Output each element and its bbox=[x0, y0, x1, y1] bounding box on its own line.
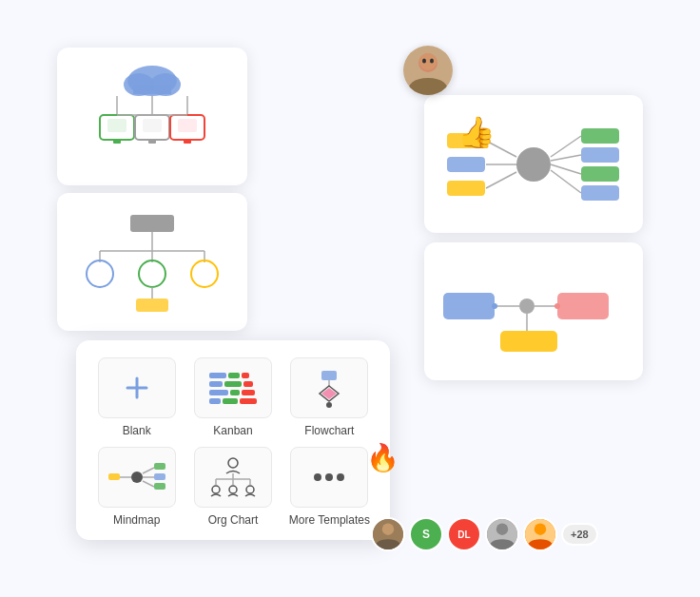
avatar-2: S bbox=[409, 517, 443, 551]
svg-rect-9 bbox=[113, 140, 121, 144]
svg-line-33 bbox=[551, 164, 581, 174]
blank-label: Blank bbox=[123, 424, 151, 437]
svg-point-83 bbox=[422, 59, 426, 64]
svg-line-64 bbox=[143, 481, 154, 487]
fire-emoji: 🔥 bbox=[366, 442, 399, 473]
svg-rect-3 bbox=[133, 85, 171, 94]
template-item-mindmap[interactable]: Mindmap bbox=[93, 447, 180, 527]
more-dots-icon bbox=[310, 470, 348, 485]
svg-point-51 bbox=[554, 303, 560, 309]
svg-point-78 bbox=[325, 473, 333, 481]
svg-point-50 bbox=[492, 303, 497, 309]
svg-point-58 bbox=[326, 402, 332, 408]
svg-point-90 bbox=[535, 523, 546, 534]
svg-point-68 bbox=[228, 458, 238, 468]
template-picker-card: Blank bbox=[76, 340, 390, 540]
mindmap-label: Mindmap bbox=[113, 513, 160, 527]
svg-rect-40 bbox=[447, 157, 485, 172]
svg-rect-11 bbox=[143, 119, 162, 132]
svg-point-84 bbox=[430, 59, 434, 64]
svg-rect-61 bbox=[154, 463, 165, 470]
svg-point-82 bbox=[419, 53, 437, 70]
svg-rect-15 bbox=[184, 140, 191, 144]
person-avatar bbox=[403, 46, 453, 95]
svg-rect-67 bbox=[108, 473, 120, 480]
left-column bbox=[57, 48, 247, 331]
flowchart-icon-box bbox=[290, 357, 368, 418]
svg-rect-17 bbox=[130, 215, 174, 232]
kanban-icon bbox=[209, 373, 257, 404]
avatar-count: +28 bbox=[561, 523, 598, 546]
svg-rect-63 bbox=[154, 473, 165, 480]
svg-point-25 bbox=[191, 260, 218, 287]
avatar-1 bbox=[371, 517, 405, 551]
main-container: Blank bbox=[0, 0, 700, 597]
template-item-flowchart[interactable]: Flowchart bbox=[286, 357, 373, 437]
person-photo-svg bbox=[403, 46, 453, 95]
more-icon-box bbox=[290, 447, 368, 508]
svg-rect-34 bbox=[581, 166, 619, 182]
svg-rect-14 bbox=[178, 119, 197, 132]
kanban-icon-box bbox=[194, 357, 272, 418]
svg-rect-12 bbox=[148, 140, 156, 144]
org-diagram-card[interactable] bbox=[57, 193, 247, 331]
svg-point-79 bbox=[337, 473, 344, 481]
kanban-label: Kanban bbox=[213, 424, 252, 437]
blank-icon-box bbox=[98, 357, 176, 418]
svg-rect-43 bbox=[443, 293, 495, 319]
svg-point-28 bbox=[516, 147, 551, 182]
svg-rect-32 bbox=[581, 147, 619, 163]
svg-rect-48 bbox=[500, 331, 557, 352]
svg-rect-30 bbox=[581, 128, 619, 144]
svg-line-29 bbox=[551, 136, 581, 157]
avatar-4 bbox=[485, 517, 519, 551]
svg-point-59 bbox=[131, 472, 143, 483]
template-item-kanban[interactable]: Kanban bbox=[189, 357, 276, 437]
template-item-more[interactable]: More Templates bbox=[286, 447, 373, 527]
network-diagram-card[interactable] bbox=[57, 48, 247, 185]
svg-point-23 bbox=[87, 260, 113, 287]
svg-rect-65 bbox=[154, 483, 165, 490]
flowchart-icon bbox=[306, 365, 352, 411]
svg-line-31 bbox=[551, 155, 581, 161]
svg-rect-47 bbox=[557, 293, 609, 319]
svg-rect-36 bbox=[581, 185, 619, 201]
svg-point-77 bbox=[314, 473, 321, 481]
svg-point-88 bbox=[496, 523, 508, 534]
svg-rect-54 bbox=[321, 371, 337, 380]
svg-point-86 bbox=[382, 523, 394, 534]
svg-rect-42 bbox=[447, 181, 485, 196]
orgchart-label: Org Chart bbox=[208, 513, 259, 527]
orgchart-small-icon bbox=[206, 456, 260, 498]
svg-line-41 bbox=[486, 172, 516, 188]
avatars-row: S DL +28 bbox=[371, 517, 598, 551]
avatar-3: DL bbox=[447, 517, 481, 551]
thumbs-up-emoji: 👍 bbox=[457, 114, 496, 150]
svg-line-60 bbox=[143, 468, 154, 473]
svg-point-74 bbox=[212, 486, 220, 493]
orgchart-icon-box bbox=[194, 447, 272, 508]
avatar-5 bbox=[523, 517, 557, 551]
svg-point-75 bbox=[229, 486, 237, 493]
template-item-orgchart[interactable]: Org Chart bbox=[189, 447, 276, 527]
svg-point-76 bbox=[246, 486, 254, 493]
svg-rect-8 bbox=[107, 119, 126, 132]
template-item-blank[interactable]: Blank bbox=[93, 357, 180, 437]
svg-point-45 bbox=[519, 298, 535, 314]
template-grid: Blank bbox=[93, 357, 373, 527]
more-templates-label: More Templates bbox=[289, 513, 370, 527]
flowchart-label: Flowchart bbox=[304, 424, 354, 437]
plus-icon bbox=[122, 373, 152, 403]
mindmap-small-icon bbox=[107, 458, 167, 496]
mindmap-icon-box bbox=[98, 447, 176, 508]
svg-rect-27 bbox=[136, 298, 168, 312]
flow-diagram-card[interactable] bbox=[424, 242, 643, 380]
svg-point-24 bbox=[139, 260, 165, 287]
svg-line-35 bbox=[551, 170, 581, 193]
